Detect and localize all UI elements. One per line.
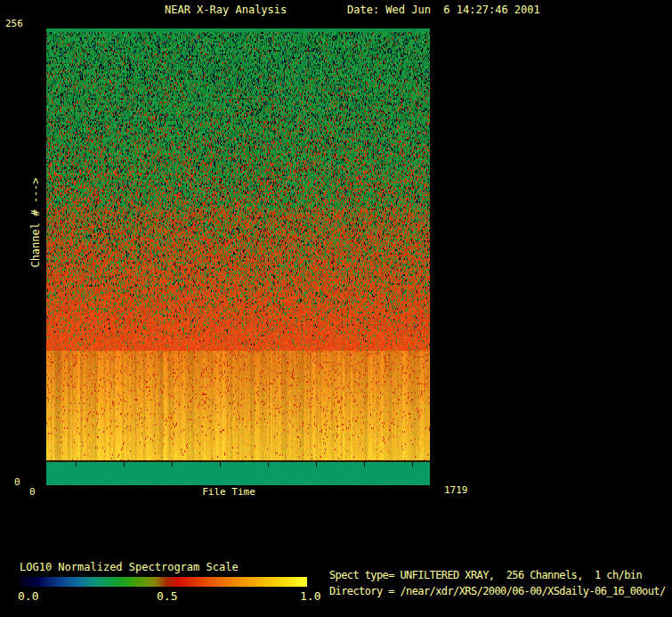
colorbar-tick-min: 0.0 [18,589,38,603]
date-label: Date: Wed Jun 6 14:27:46 2001 [347,4,540,16]
page-title: NEAR X-Ray Analysis [165,4,287,16]
spect-type-line: Spect type= UNFILTERED XRAY, 256 Channel… [329,569,642,582]
colorbar-tick-max: 1.0 [300,589,320,603]
y-axis-max-label: 256 [5,18,23,29]
colorbar-title: LOG10 Normalized Spectrogram Scale [20,561,239,573]
y-axis-title: Channel # ---> [29,177,42,267]
y-axis-min-label: 0 [14,476,20,488]
spectrogram-image [46,28,430,485]
colorbar-gradient [20,577,307,587]
x-axis-min-label: 0 [29,486,36,498]
x-axis-max-label: 1719 [444,484,468,496]
directory-line: Directory = /near/xdr/XRS/2000/06-00/XSd… [329,585,666,598]
x-axis-title: File Time [202,486,255,498]
colorbar-tick-mid: 0.5 [157,589,177,603]
